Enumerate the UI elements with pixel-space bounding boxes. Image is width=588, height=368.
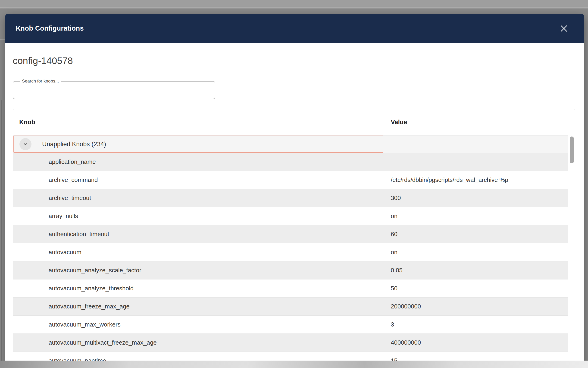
table-row: autovacuum_max_workers 3 xyxy=(13,315,568,333)
close-icon xyxy=(559,24,569,33)
scrollbar-thumb[interactable] xyxy=(570,137,574,163)
group-row-cell[interactable]: Unapplied Knobs (234) xyxy=(13,136,383,153)
backdrop-divider xyxy=(0,100,5,100)
column-header-knob: Knob xyxy=(13,119,391,126)
column-header-value: Value xyxy=(391,119,575,126)
knob-name: archive_timeout xyxy=(13,194,391,202)
table-row: archive_command /etc/rds/dbbin/pgscripts… xyxy=(13,171,568,189)
collapse-group-button[interactable] xyxy=(19,138,32,150)
knob-name: archive_command xyxy=(13,176,391,184)
table-row: autovacuum_multixact_freeze_max_age 4000… xyxy=(13,333,568,351)
table-row: authentication_timeout 60 xyxy=(13,225,568,243)
knob-value: on xyxy=(391,249,568,256)
knob-configurations-modal: Knob Configurations config-140578 Search… xyxy=(5,14,584,368)
modal-title: Knob Configurations xyxy=(16,25,84,32)
knob-value: 200000000 xyxy=(391,303,568,310)
knob-value: on xyxy=(391,212,568,220)
knob-name: array_nulls xyxy=(13,212,391,220)
knob-name: autovacuum_analyze_threshold xyxy=(13,285,391,292)
search-field: Search for knobs... xyxy=(13,81,215,99)
knob-name: application_name xyxy=(13,158,391,166)
group-row-unapplied-knobs[interactable]: Unapplied Knobs (234) xyxy=(13,135,568,153)
knob-name: authentication_timeout xyxy=(13,230,391,238)
knob-table: Knob Value Unapplied Knobs (234) appli xyxy=(13,109,575,368)
knob-value: 3 xyxy=(391,321,568,328)
knob-value: 0.05 xyxy=(391,267,568,274)
backdrop-edge-line xyxy=(1,100,2,361)
bottom-edge-blur xyxy=(0,361,588,368)
table-rows-region: Unapplied Knobs (234) application_name a… xyxy=(13,135,568,368)
table-row: autovacuum_analyze_threshold 50 xyxy=(13,279,568,297)
knob-name: autovacuum_multixact_freeze_max_age xyxy=(13,339,391,346)
knob-value: /etc/rds/dbbin/pgscripts/rds_wal_archive… xyxy=(391,176,568,184)
backdrop-divider xyxy=(0,39,5,40)
knob-name: autovacuum xyxy=(13,249,391,256)
knob-value: 400000000 xyxy=(391,339,568,346)
search-input[interactable] xyxy=(13,82,215,99)
close-button[interactable] xyxy=(558,23,570,34)
knob-value: 300 xyxy=(391,194,568,202)
table-row: application_name xyxy=(13,153,568,171)
backdrop-top xyxy=(0,0,588,14)
modal-header: Knob Configurations xyxy=(5,14,584,43)
table-rows: application_name archive_command /etc/rd… xyxy=(13,153,568,368)
knob-name: autovacuum_max_workers xyxy=(13,321,391,328)
knob-value: 60 xyxy=(391,230,568,238)
knob-name: autovacuum_analyze_scale_factor xyxy=(13,267,391,274)
screenshot-canvas: Knob Configurations config-140578 Search… xyxy=(0,0,588,368)
table-row: array_nulls on xyxy=(13,207,568,225)
table-row: archive_timeout 300 xyxy=(13,189,568,207)
table-row: autovacuum on xyxy=(13,243,568,261)
table-row: autovacuum_freeze_max_age 200000000 xyxy=(13,297,568,315)
table-row: autovacuum_analyze_scale_factor 0.05 xyxy=(13,261,568,279)
knob-name: autovacuum_freeze_max_age xyxy=(13,303,391,310)
search-field-label: Search for knobs... xyxy=(20,79,61,84)
knob-value: 50 xyxy=(391,285,568,292)
chevron-down-icon xyxy=(22,141,28,147)
group-row-label: Unapplied Knobs (234) xyxy=(42,141,106,148)
table-header-row: Knob Value xyxy=(13,109,575,135)
config-name-heading: config-140578 xyxy=(13,55,73,66)
